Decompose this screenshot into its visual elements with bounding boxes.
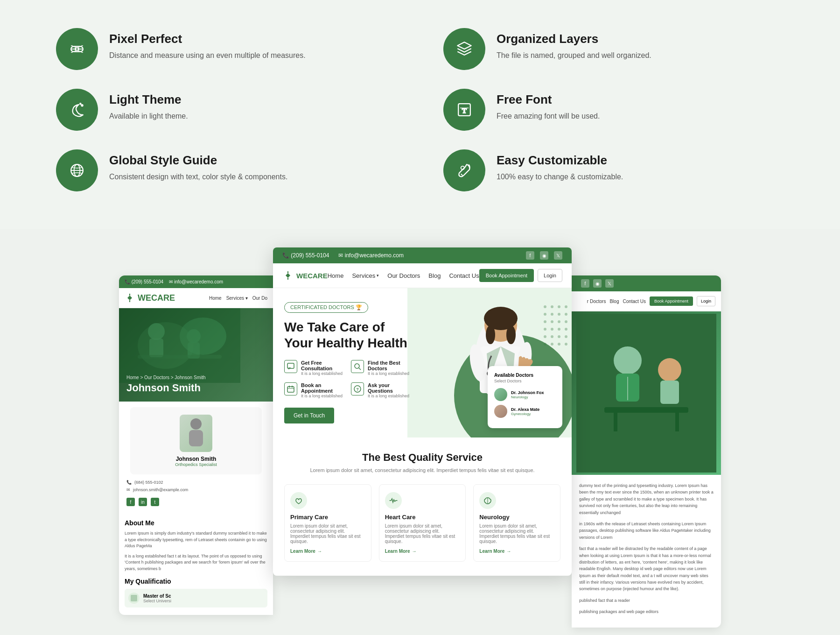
right-consultation-image	[572, 311, 721, 475]
svg-point-76	[565, 343, 567, 346]
svg-rect-29	[189, 430, 203, 446]
left-about-text2: It is a long established fact t at its l…	[125, 553, 267, 572]
nav-services[interactable]: Services ▾	[352, 272, 379, 279]
right-facebook-icon[interactable]: f	[581, 279, 589, 288]
nav-home[interactable]: Home	[328, 272, 344, 279]
free-font-icon-circle: T	[443, 89, 485, 131]
left-doctor-name-hero: Johnson Smith	[126, 382, 206, 394]
topbar-email: ✉ info@wecaredemo.com	[338, 252, 404, 259]
service-2-learn-more[interactable]: Learn More →	[385, 549, 460, 554]
svg-point-55	[558, 305, 560, 308]
doctor-1-info: Dr. Johnson Fox Neurology	[511, 390, 544, 399]
global-style-desc: Consistent design with text, color style…	[109, 171, 287, 183]
svg-point-46	[506, 325, 516, 344]
globe-icon	[67, 160, 87, 181]
right-para-1: dummy text of the printing and typesetti…	[579, 482, 714, 516]
instagram-icon[interactable]: ◉	[540, 251, 548, 260]
service-2-desc: Lorem ipsum dolor sit amet, consectetur …	[385, 523, 460, 544]
heart-pulse-icon	[294, 496, 303, 505]
left-nav-links: Home Services ▾ Our Do	[209, 296, 267, 301]
facebook-icon[interactable]: f	[526, 251, 534, 260]
bandage-icon	[67, 39, 87, 59]
svg-text:?: ?	[356, 387, 359, 392]
left-navbar: WECARE Home Services ▾ Our Do	[119, 288, 273, 308]
svg-point-75	[558, 343, 560, 346]
topbar-right: f ◉ 𝕏	[526, 251, 562, 260]
right-book-button[interactable]: Book Appointment	[650, 296, 693, 306]
hero-features-grid: Get Free Consultation It is a long estab…	[284, 360, 411, 398]
svg-point-64	[565, 320, 567, 323]
svg-point-65	[544, 328, 546, 331]
nav-contact[interactable]: Contact Us	[449, 272, 479, 279]
feature-global-style: Global Style Guide Consistent design wit…	[56, 149, 397, 191]
svg-point-62	[551, 320, 553, 323]
svg-rect-30	[131, 595, 137, 601]
left-linkedin-icon[interactable]: in	[139, 498, 147, 506]
left-qual-title: My Qualificatio	[125, 578, 267, 585]
hero-image-area: Available Doctors Select Doctors Dr. Joh…	[407, 288, 572, 437]
service-card-heart: Heart Care Lorem ipsum dolor sit amet, c…	[379, 484, 466, 562]
svg-point-78	[614, 346, 642, 374]
left-hero-image: Home > Our Doctors > Johnson Smith Johns…	[119, 308, 273, 402]
easy-custom-icon-circle	[443, 149, 485, 191]
service-3-desc: Lorem ipsum dolor sit amet, consectetur …	[479, 523, 554, 544]
service-1-desc: Lorem ipsum dolor sit amet, consectetur …	[290, 523, 365, 544]
right-preview-panel: f ◉ 𝕏 r Doctors Blog Contact Us Book App…	[572, 275, 721, 628]
get-in-touch-button[interactable]: Get in Touch	[284, 408, 334, 423]
left-phone: 📞 (209) 555-0104	[125, 279, 163, 284]
hero-feature-2: Find the Best Doctors It is a long estab…	[351, 360, 411, 376]
svg-point-32	[355, 364, 359, 368]
svg-point-72	[565, 335, 567, 338]
easy-custom-title: Easy Customizable	[497, 153, 623, 168]
feature-pixel-perfect: Pixel Perfect Distance and measure using…	[56, 28, 397, 70]
svg-point-25	[187, 329, 201, 343]
topbar-phone: 📞 (209) 555-0104	[282, 252, 329, 259]
left-facebook-icon[interactable]: f	[126, 498, 135, 506]
right-navbar: r Doctors Blog Contact Us Book Appointme…	[572, 291, 721, 311]
center-logo: WECARE	[282, 270, 328, 281]
organized-layers-desc: The file is named, grouped and well orga…	[497, 50, 651, 61]
left-about-text1: Lorem Ipsum is simply dum industry's sta…	[125, 530, 267, 550]
svg-rect-82	[604, 407, 688, 413]
doctor-1-avatar	[494, 388, 507, 401]
nav-doctors[interactable]: Our Doctors	[387, 272, 420, 279]
brain-icon	[483, 496, 492, 505]
svg-point-3	[76, 48, 78, 50]
twitter-icon[interactable]: 𝕏	[554, 251, 562, 260]
hero-feature-3-text: Book an Appointment It is a long establi…	[301, 382, 344, 398]
hero-feature-3: Book an Appointment It is a long establi…	[284, 382, 344, 398]
svg-point-73	[544, 343, 546, 346]
svg-rect-77	[576, 314, 716, 473]
left-twitter-icon[interactable]: t	[151, 498, 159, 506]
svg-point-58	[551, 313, 553, 316]
book-appointment-button[interactable]: Book Appointment	[479, 269, 534, 282]
svg-point-70	[551, 335, 553, 338]
svg-point-61	[544, 320, 546, 323]
feature-free-font: T Free Font Free amazing font will be us…	[443, 89, 784, 131]
svg-point-71	[558, 335, 560, 338]
login-button[interactable]: Login	[538, 269, 562, 282]
service-3-learn-more[interactable]: Learn More →	[479, 549, 554, 554]
left-qual-item: Master of Sc Select Universi	[125, 589, 267, 607]
hero-content: CERTIFICATED DOCTORS 🏆 We Take Care of Y…	[273, 288, 422, 437]
service-1-learn-more[interactable]: Learn More →	[290, 549, 365, 554]
right-topbar-icons: f ◉ 𝕏	[581, 279, 614, 288]
right-twitter-icon[interactable]: 𝕏	[605, 279, 614, 288]
svg-point-74	[551, 343, 553, 346]
right-nav-contact: Contact Us	[623, 299, 645, 304]
left-about-title: About Me	[125, 519, 267, 527]
preview-section: 📞 (209) 555-0104 ✉ info@wecaredemo.com W…	[0, 229, 840, 635]
right-text-content: dummy text of the printing and typesetti…	[572, 475, 721, 628]
neurology-icon	[479, 492, 496, 509]
organized-layers-text: Organized Layers The file is named, grou…	[497, 28, 651, 61]
nav-blog[interactable]: Blog	[428, 272, 441, 279]
qual-icon	[128, 593, 140, 604]
service-card-neurology: Neurology Lorem ipsum dolor sit amet, co…	[473, 484, 560, 562]
hero-feature-2-text: Find the Best Doctors It is a long estab…	[368, 360, 411, 376]
right-login-button[interactable]: Login	[697, 296, 715, 306]
doctor-2-info: Dr. Alexa Mate Gynecology	[511, 407, 539, 416]
left-email: ✉ info@wecaredemo.com	[169, 279, 223, 284]
doctor-1-name: Dr. Johnson Fox	[511, 390, 544, 395]
right-topbar: f ◉ 𝕏	[572, 275, 721, 291]
right-instagram-icon[interactable]: ◉	[593, 279, 602, 288]
